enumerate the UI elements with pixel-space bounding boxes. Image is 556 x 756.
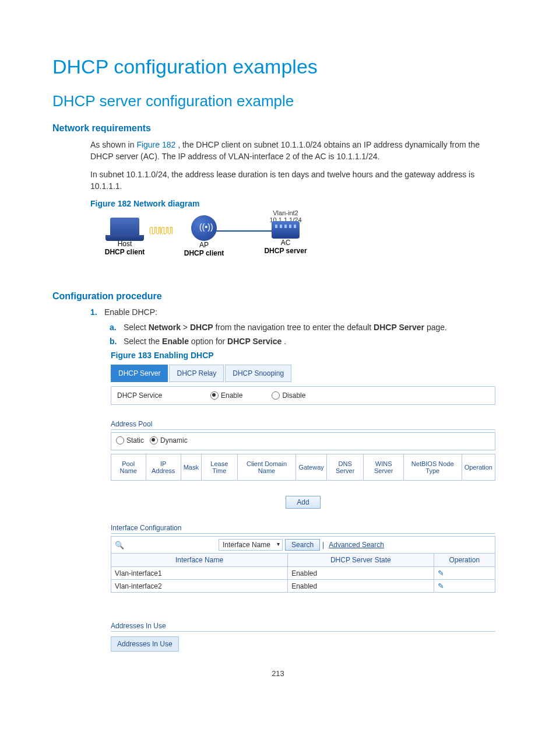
radio-dot-icon xyxy=(116,436,124,444)
radio-label: Dynamic xyxy=(160,436,188,444)
address-pool-header: Address Pool xyxy=(111,420,495,430)
heading-network-requirements: Network requirements xyxy=(52,123,504,134)
node-role: DHCP client xyxy=(93,248,157,256)
router-icon xyxy=(272,221,300,239)
radio-dynamic[interactable]: Dynamic xyxy=(150,436,188,444)
addresses-in-use-header: Addresses In Use xyxy=(111,622,495,632)
table-row: Vlan-interface2 Enabled ✎ xyxy=(111,580,495,593)
dhcp-ui-screenshot: DHCP Server DHCP Relay DHCP Snooping DHC… xyxy=(111,365,495,652)
tab-addresses-in-use[interactable]: Addresses In Use xyxy=(111,636,179,652)
nav-item: Network xyxy=(149,323,181,332)
col-ip-address: IP Address xyxy=(146,454,181,481)
radio-dot-icon xyxy=(272,391,280,400)
node-role: DHCP server xyxy=(254,247,318,255)
text: option for xyxy=(191,337,227,346)
text: . xyxy=(284,337,286,346)
option-name: Enable xyxy=(162,337,189,346)
col-if-name: Interface Name xyxy=(111,554,288,567)
search-row: 🔍 Interface Name Search | Advanced Searc… xyxy=(111,536,495,553)
edit-icon[interactable]: ✎ xyxy=(438,569,444,578)
ac-node: AC DHCP server xyxy=(254,213,318,255)
text: from the navigation tree to enter the de… xyxy=(215,323,374,332)
tab-dhcp-snooping[interactable]: DHCP Snooping xyxy=(225,365,291,382)
text: As shown in xyxy=(90,140,136,149)
tab-dhcp-relay[interactable]: DHCP Relay xyxy=(169,365,224,382)
node-label: AC xyxy=(254,239,318,247)
if-state-cell: Enabled xyxy=(288,567,434,580)
if-state-cell: Enabled xyxy=(288,580,434,593)
paragraph: In subnet 10.1.1.0/24, the address lease… xyxy=(90,169,504,192)
radio-label: Disable xyxy=(282,391,305,400)
step-text: Enable DHCP: xyxy=(104,307,157,317)
step-number: 1. xyxy=(90,307,102,317)
advanced-search-link[interactable]: Advanced Search xyxy=(329,541,384,549)
network-diagram: Vlan-int2 10.1.1.1/24 ꧙꧙ Host DHCP clien… xyxy=(90,213,335,277)
procedure-substep: a. Select Network > DHCP from the naviga… xyxy=(110,323,504,332)
tab-bar: DHCP Server DHCP Relay DHCP Snooping xyxy=(111,365,495,383)
text: > xyxy=(183,323,190,332)
tab-dhcp-server[interactable]: DHCP Server xyxy=(111,365,168,382)
col-lease-time: Lease Time xyxy=(201,454,237,481)
node-role: DHCP client xyxy=(172,249,236,257)
col-gateway: Gateway xyxy=(296,454,326,481)
laptop-icon xyxy=(107,218,142,240)
text: Select the xyxy=(124,337,162,346)
nav-item: DHCP xyxy=(190,323,213,332)
address-pool-mode: Static Dynamic xyxy=(111,432,495,450)
add-button[interactable]: Add xyxy=(286,496,320,509)
section-subtitle: DHCP server configuration example xyxy=(52,92,504,110)
col-if-state: DHCP Server State xyxy=(288,554,434,567)
figure-reference-link[interactable]: Figure 182 xyxy=(136,140,175,149)
host-node: Host DHCP client xyxy=(93,213,157,256)
ap-node: ((•)) AP DHCP client xyxy=(172,213,236,257)
radio-static[interactable]: Static xyxy=(116,436,144,444)
search-icon: 🔍 xyxy=(115,541,124,550)
search-field-dropdown[interactable]: Interface Name xyxy=(219,539,283,551)
col-pool-name: Pool Name xyxy=(111,454,146,481)
radio-label: Enable xyxy=(221,391,242,400)
dhcp-service-label: DHCP Service xyxy=(117,391,181,400)
col-mask: Mask xyxy=(181,454,201,481)
radio-dot-icon xyxy=(210,391,219,400)
edit-icon[interactable]: ✎ xyxy=(438,582,444,590)
radio-label: Static xyxy=(126,436,144,444)
table-row: Vlan-interface1 Enabled ✎ xyxy=(111,567,495,580)
procedure-step: 1. Enable DHCP: xyxy=(90,307,504,317)
substep-letter: b. xyxy=(110,337,121,346)
radio-dot-icon xyxy=(150,436,158,444)
page-number: 213 xyxy=(52,669,504,678)
figure-caption-183: Figure 183 Enabling DHCP xyxy=(111,351,504,360)
radio-enable[interactable]: Enable xyxy=(210,391,242,400)
heading-config-procedure: Configuration procedure xyxy=(52,291,504,302)
text: page. xyxy=(427,323,447,332)
interface-config-header: Interface Configuration xyxy=(111,524,495,534)
search-button[interactable]: Search xyxy=(285,539,320,551)
procedure-substep: b. Select the Enable option for DHCP Ser… xyxy=(110,337,504,346)
radio-disable[interactable]: Disable xyxy=(272,391,305,400)
substep-letter: a. xyxy=(110,323,121,332)
if-name-cell: Vlan-interface1 xyxy=(111,567,288,580)
if-name-cell: Vlan-interface2 xyxy=(111,580,288,593)
page-title: DHCP configuration examples xyxy=(52,55,504,78)
col-operation: Operation xyxy=(462,454,495,481)
text: Select xyxy=(124,323,149,332)
option-name: DHCP Service xyxy=(227,337,281,346)
search-input[interactable] xyxy=(126,540,216,550)
col-client-domain: Client Domain Name xyxy=(237,454,296,481)
figure-caption-182: Figure 182 Network diagram xyxy=(90,199,504,208)
interface-table: Interface Name DHCP Server State Operati… xyxy=(111,553,495,593)
col-wins-server: WINS Server xyxy=(364,454,403,481)
address-pool-table: Pool Name IP Address Mask Lease Time Cli… xyxy=(111,454,495,481)
dhcp-service-row: DHCP Service Enable Disable xyxy=(111,386,495,405)
paragraph: As shown in Figure 182 , the DHCP client… xyxy=(90,139,504,162)
node-label: Host xyxy=(93,240,157,248)
col-netbios-type: NetBIOS Node Type xyxy=(403,454,462,481)
col-dns-server: DNS Server xyxy=(326,454,364,481)
col-if-operation: Operation xyxy=(434,554,495,567)
access-point-icon: ((•)) xyxy=(188,215,220,241)
node-label: AP xyxy=(172,241,236,249)
page-name: DHCP Server xyxy=(374,323,424,332)
